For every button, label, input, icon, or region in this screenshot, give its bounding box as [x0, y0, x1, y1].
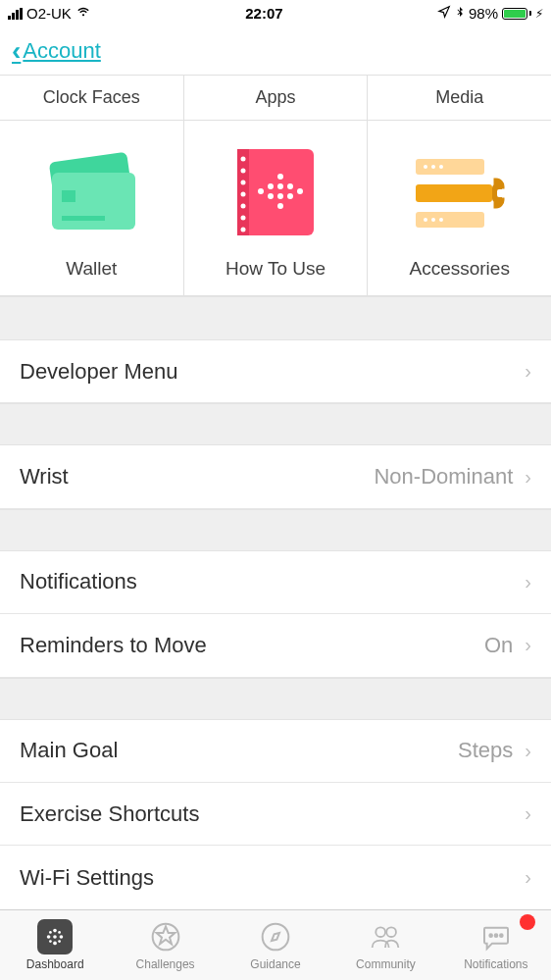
notification-badge: [520, 914, 535, 930]
svg-point-35: [53, 935, 57, 939]
row-value: On: [484, 633, 513, 658]
row-value: Steps: [458, 738, 513, 763]
svg-point-14: [277, 183, 283, 189]
tile-wallet[interactable]: Wallet: [0, 121, 183, 295]
signal-icon: [8, 8, 23, 20]
svg-point-19: [287, 183, 293, 189]
status-left: O2-UK: [8, 4, 91, 23]
row-label: Main Goal: [20, 738, 118, 763]
svg-point-29: [424, 218, 427, 222]
tab-notifications[interactable]: Notifications: [441, 910, 551, 980]
tab-challenges[interactable]: Challenges: [110, 910, 220, 980]
chevron-right-icon: ›: [525, 360, 531, 383]
tile-accessories[interactable]: Accessories: [367, 121, 551, 295]
svg-point-15: [277, 193, 283, 199]
section-spacer: [0, 678, 551, 720]
svg-point-6: [241, 157, 246, 162]
svg-point-44: [263, 924, 289, 951]
row-notifications[interactable]: Notifications ›: [0, 551, 551, 614]
svg-rect-33: [497, 189, 505, 197]
back-button[interactable]: ‹ Account: [12, 35, 101, 67]
svg-point-49: [500, 934, 503, 937]
wallet-icon: [0, 140, 183, 244]
tab-dashboard[interactable]: Dashboard: [0, 910, 110, 980]
guidance-icon: [260, 919, 291, 954]
row-value: Non-Dominant: [374, 464, 513, 490]
chevron-left-icon: ‹: [12, 35, 21, 67]
svg-point-17: [268, 183, 274, 189]
tab-label: Guidance: [250, 957, 300, 971]
svg-point-18: [268, 193, 274, 199]
row-exercise-shortcuts[interactable]: Exercise Shortcuts ›: [0, 783, 551, 846]
row-wrist[interactable]: Wrist Non-Dominant ›: [0, 445, 551, 508]
row-main-goal[interactable]: Main Goal Steps ›: [0, 720, 551, 783]
section-spacer: [0, 509, 551, 551]
tile-label: Accessories: [368, 258, 551, 280]
svg-point-46: [387, 927, 397, 937]
tile-how-to-use[interactable]: How To Use: [183, 121, 368, 295]
category-clock-faces[interactable]: Clock Faces: [0, 76, 183, 120]
carrier-label: O2-UK: [26, 5, 72, 22]
category-media[interactable]: Media: [367, 76, 551, 120]
accessories-icon: [368, 140, 551, 244]
svg-point-25: [431, 165, 435, 169]
tab-community[interactable]: Community: [330, 910, 440, 980]
svg-point-42: [58, 940, 61, 943]
row-reminders[interactable]: Reminders to Move On ›: [0, 614, 551, 677]
svg-point-40: [58, 931, 61, 934]
category-apps[interactable]: Apps: [183, 76, 368, 120]
svg-point-16: [277, 203, 283, 209]
svg-point-36: [53, 941, 57, 945]
tab-label: Community: [356, 957, 416, 971]
svg-rect-3: [62, 216, 105, 221]
svg-point-12: [241, 228, 246, 232]
svg-point-10: [241, 204, 246, 209]
status-time: 22:07: [245, 5, 282, 22]
challenges-icon: [150, 919, 181, 954]
svg-point-7: [241, 169, 246, 174]
svg-point-30: [431, 218, 435, 222]
back-label: Account: [23, 38, 101, 64]
nav-header: ‹ Account: [0, 26, 551, 75]
chevron-right-icon: ›: [525, 802, 531, 825]
notifications-icon: [480, 919, 512, 954]
chevron-right-icon: ›: [525, 571, 531, 593]
svg-point-37: [47, 935, 51, 939]
svg-point-41: [49, 940, 52, 943]
battery-percent: 98%: [469, 5, 498, 22]
charging-icon: ⚡︎: [535, 7, 543, 21]
section-spacer: [0, 403, 551, 445]
wifi-icon: [75, 4, 91, 23]
row-label: Notifications: [20, 569, 137, 594]
svg-point-24: [424, 165, 427, 169]
row-wifi-settings[interactable]: Wi-Fi Settings ›: [0, 846, 551, 908]
status-right: 98% ⚡︎: [437, 5, 543, 22]
chevron-right-icon: ›: [525, 634, 531, 656]
svg-rect-2: [62, 190, 75, 202]
svg-point-26: [439, 165, 443, 169]
row-label: Reminders to Move: [20, 633, 207, 658]
tile-label: How To Use: [184, 258, 368, 280]
row-label: Wi-Fi Settings: [20, 865, 154, 891]
svg-point-13: [277, 174, 283, 180]
svg-point-45: [376, 927, 386, 937]
row-developer-menu[interactable]: Developer Menu ›: [0, 340, 551, 403]
row-label: Exercise Shortcuts: [20, 801, 199, 827]
how-to-use-icon: [184, 140, 368, 244]
svg-point-20: [287, 193, 293, 199]
svg-rect-27: [416, 184, 492, 202]
row-label: Developer Menu: [20, 359, 177, 385]
tab-bar: Dashboard Challenges Guidance: [0, 909, 551, 980]
dashboard-icon: [37, 919, 73, 954]
row-label: Wrist: [20, 464, 69, 490]
svg-point-39: [49, 931, 52, 934]
svg-point-9: [241, 192, 246, 197]
battery-icon: [502, 8, 531, 20]
tab-guidance[interactable]: Guidance: [221, 910, 330, 980]
location-icon: [437, 5, 451, 22]
svg-point-31: [439, 218, 443, 222]
tab-label: Dashboard: [26, 957, 84, 971]
tab-label: Challenges: [136, 957, 195, 971]
section-spacer: [0, 296, 551, 340]
chevron-right-icon: ›: [525, 866, 531, 889]
